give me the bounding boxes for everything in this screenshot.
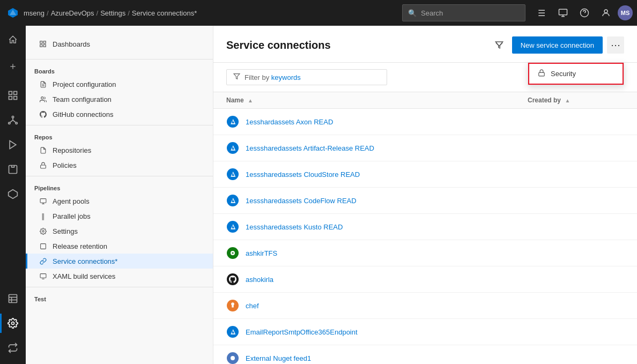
breadcrumb-sep-2: / <box>97 9 99 17</box>
sidebar-item-release-retention[interactable]: Release retention <box>26 239 213 254</box>
conn-item-2[interactable]: 1esssharedassets CloudStore READ <box>213 161 637 188</box>
conn-item-7[interactable]: chef <box>213 293 637 319</box>
sidebar-item-agent-pools[interactable]: Agent pools <box>26 194 213 209</box>
sidebar-divider-2 <box>26 176 213 176</box>
svg-rect-0 <box>559 9 567 15</box>
sidebar-item-project-configuration[interactable]: Project configuration <box>26 77 213 92</box>
conn-name-1: 1esssharedassets Artifact-Release READ <box>246 144 624 152</box>
reports-rail-icon <box>7 293 19 304</box>
more-options-button[interactable]: ⋯ <box>607 36 624 54</box>
rail-boards[interactable] <box>0 84 26 107</box>
sidebar-item-policies[interactable]: Policies <box>26 158 213 173</box>
parallel-jobs-icon: ∥ <box>39 212 47 220</box>
sidebar-item-dashboards[interactable]: Dashboards <box>34 36 204 51</box>
conn-name-9: External Nuget feed1 <box>246 354 624 362</box>
breadcrumb-mseng[interactable]: mseng <box>24 9 45 17</box>
svg-point-24 <box>41 96 43 99</box>
svg-point-37 <box>231 356 235 360</box>
rail-add[interactable] <box>0 55 26 78</box>
sidebar-item-github-connections[interactable]: GitHub connections <box>26 107 213 122</box>
svg-point-17 <box>12 322 14 325</box>
dropdown-menu: Security <box>528 62 624 85</box>
switch-rail-icon <box>7 342 19 354</box>
sidebar-divider-3 <box>26 287 213 287</box>
conn-item-6[interactable]: ashokirla <box>213 266 637 293</box>
svg-rect-7 <box>9 96 12 100</box>
repos-icon <box>39 146 47 154</box>
rail-artifacts[interactable] <box>0 182 26 206</box>
svg-rect-8 <box>14 96 17 100</box>
svg-marker-35 <box>234 74 240 79</box>
conn-icon-2 <box>226 168 239 181</box>
conn-item-0[interactable]: 1esshardassets Axon READ <box>213 109 637 135</box>
release-retention-label: Release retention <box>53 242 107 250</box>
svg-point-10 <box>9 122 10 124</box>
sidebar-item-settings[interactable]: Settings <box>26 224 213 239</box>
test-section-title: Test <box>26 291 213 304</box>
service-connections-label: Service connections* <box>53 257 117 265</box>
rail-reports[interactable] <box>0 287 26 310</box>
github-connections-label: GitHub connections <box>53 110 113 118</box>
rail-bottom[interactable] <box>0 336 26 360</box>
search-icon: 🔍 <box>408 9 417 17</box>
project-config-icon <box>39 80 47 88</box>
breadcrumb-azuredevops[interactable]: AzureDevOps <box>51 9 94 17</box>
svg-marker-12 <box>9 190 18 199</box>
boards-rail-icon <box>7 90 19 101</box>
conn-name-7: chef <box>246 302 624 310</box>
conn-item-1[interactable]: 1esssharedassets Artifact-Release READ <box>213 135 637 161</box>
conn-icon-0 <box>226 115 239 128</box>
rail-repos[interactable] <box>0 108 26 132</box>
svg-point-11 <box>16 122 17 124</box>
avatar[interactable]: MS <box>618 5 633 20</box>
breadcrumb-settings[interactable]: Settings <box>100 9 125 17</box>
conn-item-3[interactable]: 1esssharedassets CodeFlow READ <box>213 188 637 214</box>
breadcrumb-service-connections[interactable]: Service connections* <box>132 9 197 17</box>
sidebar-item-team-configuration[interactable]: Team configuration <box>26 92 213 107</box>
agent-pools-label: Agent pools <box>53 197 90 205</box>
main-header: Service connections New service connecti… <box>213 26 637 63</box>
rail-testplans[interactable] <box>0 158 26 181</box>
repos-section-title: Repos <box>26 129 213 143</box>
filter-by-text: keywords <box>271 73 301 81</box>
svg-rect-26 <box>40 198 46 203</box>
main-content: Service connections New service connecti… <box>213 26 637 364</box>
sidebar-dashboards-label: Dashboards <box>53 40 90 48</box>
help-icon[interactable] <box>575 3 594 23</box>
rail-pipelines[interactable] <box>0 133 26 157</box>
svg-rect-6 <box>14 92 17 95</box>
svg-rect-25 <box>40 165 46 168</box>
new-service-connection-button[interactable]: New service connection <box>512 36 603 54</box>
sidebar-item-repositories[interactable]: Repositories <box>26 143 213 158</box>
app-logo[interactable] <box>4 0 21 26</box>
layout: Dashboards Boards Project configuration <box>0 26 637 364</box>
basket-icon[interactable] <box>553 3 573 23</box>
filter-button[interactable] <box>491 36 508 54</box>
conn-name-4: 1esssharedassets Kusto READ <box>246 223 624 231</box>
conn-icon-1 <box>226 142 239 154</box>
conn-item-9[interactable]: External Nuget feed1 <box>213 345 637 364</box>
sidebar-item-service-connections[interactable]: Service connections* <box>26 254 213 269</box>
team-config-icon <box>39 95 47 103</box>
conn-item-8[interactable]: EmailReportSmtpOffice365Endpoint <box>213 319 637 345</box>
user-icon[interactable] <box>596 3 616 23</box>
created-sort-icon: ▲ <box>565 98 570 103</box>
conn-item-5[interactable]: ashkirTFS <box>213 240 637 266</box>
service-connections-icon <box>39 257 47 265</box>
search-bar[interactable]: 🔍 Search <box>402 4 525 21</box>
topbar: mseng / AzureDevOps / Settings / Service… <box>0 0 637 26</box>
svg-point-2 <box>604 10 608 13</box>
rail-settings[interactable] <box>0 311 26 335</box>
conn-item-4[interactable]: 1esssharedassets Kusto READ <box>213 214 637 240</box>
project-configuration-label: Project configuration <box>53 80 116 88</box>
notifications-icon[interactable]: ☰ <box>532 3 551 23</box>
security-menu-item[interactable]: Security <box>528 63 624 85</box>
pipelines-rail-icon <box>7 139 19 151</box>
breadcrumb-sep-1: / <box>47 9 49 17</box>
home-icon <box>7 34 19 46</box>
artifacts-rail-icon <box>7 188 19 200</box>
filter-input[interactable]: Filter by keywords <box>226 69 387 85</box>
sidebar-item-xaml-build[interactable]: XAML build services <box>26 269 213 284</box>
sidebar-item-parallel-jobs[interactable]: ∥ Parallel jobs <box>26 209 213 224</box>
rail-home[interactable] <box>0 28 26 51</box>
